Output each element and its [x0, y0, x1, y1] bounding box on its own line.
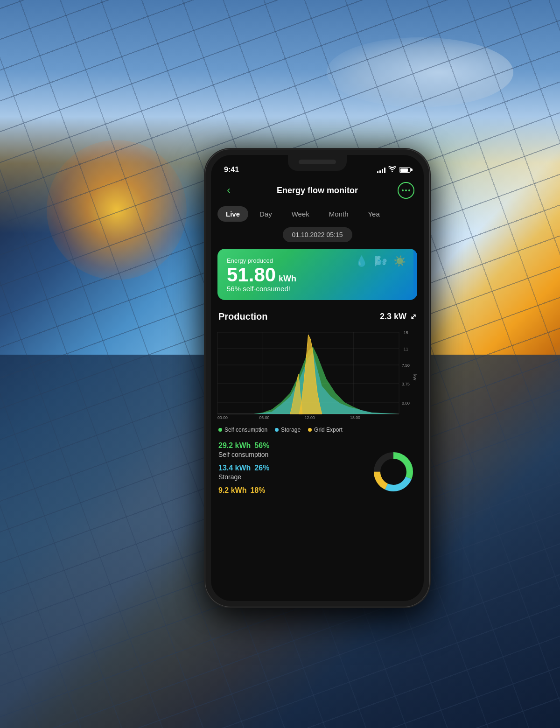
energy-sub: 56% self-consumed!	[227, 285, 408, 293]
stat-sc-pct: 56%	[254, 441, 269, 450]
legend-self-consumption-label: Self consumption	[224, 427, 267, 433]
stat-st-kwh: 13.4 kWh	[218, 464, 251, 472]
tab-day[interactable]: Day	[251, 206, 280, 222]
phone-notch	[288, 155, 347, 171]
production-chart: 15 11 7.50 3.75 0.00 kW 00:00 06:00 12:0…	[217, 328, 417, 421]
svg-point-1	[405, 189, 407, 191]
phone-shell: 9:41	[205, 149, 429, 607]
production-value: 2.3 kW ⤢	[380, 312, 416, 322]
svg-text:11: 11	[404, 347, 408, 351]
expand-icon[interactable]: ⤢	[410, 312, 416, 321]
status-icons	[377, 166, 411, 174]
production-kw: 2.3 kW	[380, 312, 406, 322]
donut-chart	[372, 451, 414, 495]
phone-device: 9:41	[205, 149, 429, 607]
energy-unit: kWh	[279, 274, 296, 284]
signal-bar-3	[382, 169, 383, 173]
tab-month[interactable]: Month	[321, 206, 357, 222]
energy-value: 51.80	[227, 265, 276, 285]
chart-legend: Self consumption Storage Grid Export	[211, 425, 424, 438]
legend-storage-label: Storage	[281, 427, 301, 433]
svg-text:06:00: 06:00	[259, 415, 269, 420]
tab-week[interactable]: Week	[283, 206, 318, 222]
energy-icons: 💧 🌬️ ☀️	[355, 255, 406, 267]
tab-bar: Live Day Week Month Yea	[211, 204, 424, 227]
grid-export-dot	[308, 428, 312, 432]
battery-fill	[400, 168, 408, 172]
svg-text:7.50: 7.50	[402, 363, 410, 368]
tab-live[interactable]: Live	[217, 206, 248, 222]
svg-text:12:00: 12:00	[305, 415, 315, 420]
svg-point-2	[408, 189, 410, 191]
signal-bar-4	[384, 168, 385, 173]
production-title: Production	[218, 311, 268, 322]
page-title: Energy flow monitor	[237, 186, 398, 196]
svg-text:0.00: 0.00	[402, 401, 410, 406]
card-side-accent	[413, 249, 417, 300]
water-drop-icon: 💧	[355, 255, 368, 267]
svg-text:18:00: 18:00	[350, 415, 360, 420]
wifi-icon	[388, 166, 396, 174]
notch-pill	[299, 160, 336, 164]
energy-value-row: 51.80 kWh	[227, 265, 408, 285]
signal-bar-2	[379, 170, 381, 173]
stat-sc-values: 29.2 kWh 56%	[218, 441, 416, 450]
wind-turbine-icon: 🌬️	[374, 255, 387, 267]
chart-svg: 15 11 7.50 3.75 0.00 kW 00:00 06:00 12:0…	[217, 328, 417, 421]
more-button[interactable]	[398, 182, 414, 199]
back-button[interactable]: ‹	[220, 182, 237, 199]
svg-text:15: 15	[404, 330, 408, 335]
stat-st-pct: 26%	[254, 464, 269, 472]
phone-screen: 9:41	[211, 155, 424, 601]
production-header: Production 2.3 kW ⤢	[211, 308, 424, 324]
battery-icon	[399, 167, 411, 173]
svg-text:3.75: 3.75	[402, 382, 410, 386]
legend-grid-export-label: Grid Export	[314, 427, 343, 433]
energy-produced-label: Energy produced	[227, 257, 273, 264]
storage-dot	[275, 428, 279, 432]
app-header: ‹ Energy flow monitor	[211, 178, 424, 204]
donut-svg	[372, 451, 414, 493]
date-display[interactable]: 01.10.2022 05:15	[283, 227, 352, 242]
stat-ge-kwh: 9.2 kWh	[218, 486, 246, 495]
status-time: 9:41	[224, 166, 239, 174]
stats-section: 29.2 kWh 56% Self consumption 13.4 kWh 2…	[211, 438, 424, 504]
legend-storage: Storage	[275, 427, 301, 433]
signal-bar-1	[377, 171, 378, 173]
stat-ge-pct: 18%	[250, 486, 265, 495]
energy-card: 💧 🌬️ ☀️ Energy produced 51.80 kWh 56% se…	[217, 249, 417, 300]
self-consumption-dot	[218, 428, 222, 432]
battery-body	[399, 167, 411, 173]
svg-point-0	[402, 189, 404, 191]
svg-text:kW: kW	[413, 374, 417, 381]
signal-icon	[377, 167, 385, 173]
tab-year[interactable]: Yea	[359, 206, 388, 222]
stat-sc-kwh: 29.2 kWh	[218, 441, 251, 450]
solar-icon: ☀️	[393, 255, 406, 267]
svg-text:00:00: 00:00	[217, 415, 228, 420]
legend-self-consumption: Self consumption	[218, 427, 267, 433]
legend-grid-export: Grid Export	[308, 427, 343, 433]
